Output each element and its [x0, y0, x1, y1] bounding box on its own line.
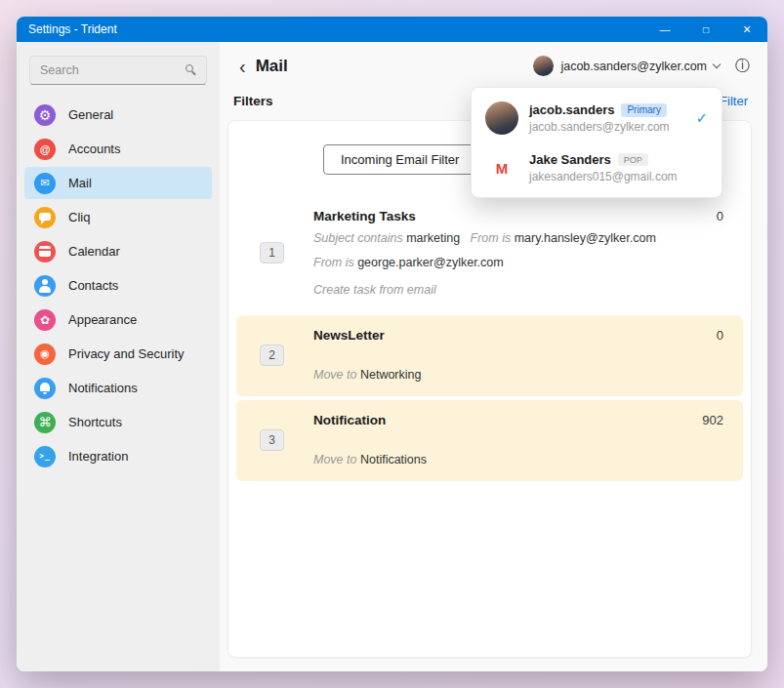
- settings-window: Settings - Trident — □ × ⚙General@Accoun…: [17, 17, 767, 671]
- filter-count: 902: [702, 413, 723, 427]
- filter-name: Notification: [313, 413, 386, 427]
- filter-condition: Subject contains marketing From is mary.…: [313, 230, 723, 248]
- calendar-icon: [34, 241, 56, 263]
- page-header: ‹ Mail jacob.sanders@zylker.com ⓘ: [220, 42, 767, 76]
- account-type-badge: POP: [618, 153, 648, 166]
- sidebar-item-appearance[interactable]: ✿Appearance: [24, 304, 212, 336]
- filter-action: Create task from email: [313, 283, 723, 297]
- sidebar-item-label: Contacts: [68, 278, 118, 293]
- sidebar-item-label: Calendar: [68, 244, 120, 259]
- account-option[interactable]: jacob.sandersPrimaryjacob.sanders@zylker…: [472, 93, 722, 143]
- palette-icon: ✿: [34, 309, 56, 331]
- mail-icon: ✉: [34, 173, 56, 194]
- sidebar-item-label: Shortcuts: [68, 415, 122, 429]
- window-body: ⚙General@Accounts✉MailCliqCalendarContac…: [17, 42, 767, 671]
- section-title: Filters: [233, 94, 273, 108]
- account-email: jacob.sanders@zylker.com: [560, 60, 707, 73]
- page-title: Mail: [256, 57, 534, 76]
- filter-action: Move to Notifications: [313, 453, 723, 466]
- account-address: jacob.sanders@zylker.com: [529, 120, 684, 134]
- search-input[interactable]: [29, 56, 207, 85]
- at-icon: @: [34, 139, 56, 160]
- bell-icon: [34, 378, 56, 399]
- check-icon: ✓: [695, 109, 708, 127]
- sidebar-item-label: Appearance: [68, 312, 137, 327]
- filter-list: 1Marketing Tasks0Subject contains market…: [236, 196, 743, 481]
- account-name: Jake SandersPOP: [529, 152, 708, 167]
- sidebar-item-label: General: [68, 107, 113, 122]
- filter-count: 0: [717, 328, 723, 343]
- maximize-button[interactable]: □: [685, 17, 726, 42]
- terminal-icon: >_: [34, 446, 56, 467]
- filter-index-badge: 1: [260, 242, 284, 263]
- account-name: jacob.sandersPrimary: [529, 102, 684, 117]
- sidebar-item-label: Privacy and Security: [68, 346, 185, 361]
- account-switcher-popup: jacob.sandersPrimaryjacob.sanders@zylker…: [471, 87, 722, 198]
- close-button[interactable]: ×: [726, 17, 767, 42]
- filter-name: NewsLetter: [313, 328, 385, 343]
- sidebar-item-label: Mail: [68, 176, 92, 190]
- person-icon: [34, 275, 56, 297]
- sidebar-item-integration[interactable]: >_Integration: [24, 440, 212, 472]
- gmail-icon: M: [485, 156, 518, 180]
- sidebar-item-general[interactable]: ⚙General: [24, 99, 212, 131]
- account-address: jakesanders015@gmail.com: [529, 170, 708, 183]
- sidebar-list: ⚙General@Accounts✉MailCliqCalendarContac…: [17, 99, 220, 472]
- main-panel: ‹ Mail jacob.sanders@zylker.com ⓘ Filter…: [220, 42, 767, 671]
- sidebar-item-mail[interactable]: ✉Mail: [24, 167, 212, 199]
- filter-row[interactable]: 3Notification902Move to Notifications: [236, 400, 743, 481]
- window-title: Settings - Trident: [17, 22, 644, 36]
- filter-row[interactable]: 2NewsLetter0Move to Networking: [236, 315, 743, 396]
- sidebar-item-label: Notifications: [68, 381, 138, 395]
- sidebar-item-calendar[interactable]: Calendar: [24, 235, 212, 267]
- minimize-button[interactable]: —: [644, 17, 685, 42]
- sidebar-item-accounts[interactable]: @Accounts: [24, 133, 212, 165]
- account-list: jacob.sandersPrimaryjacob.sanders@zylker…: [472, 93, 722, 192]
- filter-name: Marketing Tasks: [313, 209, 416, 223]
- sidebar-item-shortcuts[interactable]: ⌘Shortcuts: [24, 406, 212, 438]
- sidebar-item-label: Integration: [68, 449, 128, 464]
- filter-action: Move to Networking: [313, 368, 723, 382]
- back-button[interactable]: ‹: [233, 58, 252, 75]
- account-type-badge: Primary: [621, 103, 666, 117]
- info-icon[interactable]: ⓘ: [735, 57, 750, 75]
- sidebar-item-label: Cliq: [68, 210, 90, 224]
- account-avatar: [485, 101, 518, 135]
- account-selector[interactable]: jacob.sanders@zylker.com: [533, 56, 720, 76]
- filter-index-badge: 2: [260, 344, 284, 366]
- sidebar-item-notifications[interactable]: Notifications: [24, 372, 212, 404]
- shortcuts-icon: ⌘: [34, 412, 56, 433]
- sidebar-item-privacy[interactable]: ◉Privacy and Security: [24, 338, 212, 370]
- filters-card: Incoming Email Filter 1Marketing Tasks0S…: [227, 120, 752, 658]
- gear-icon: ⚙: [34, 104, 56, 126]
- desktop-background: Settings - Trident — □ × ⚙General@Accoun…: [0, 0, 784, 688]
- chat-icon: [34, 207, 56, 228]
- sidebar: ⚙General@Accounts✉MailCliqCalendarContac…: [17, 42, 220, 671]
- filter-count: 0: [717, 209, 723, 223]
- filter-condition: From is george.parker@zylker.com: [313, 255, 723, 272]
- filter-index-badge: 3: [260, 429, 284, 451]
- search-icon: [186, 64, 193, 72]
- filter-row[interactable]: 1Marketing Tasks0Subject contains market…: [236, 196, 743, 311]
- title-bar: Settings - Trident — □ ×: [17, 17, 767, 42]
- search-box: [29, 56, 207, 85]
- sidebar-item-contacts[interactable]: Contacts: [24, 269, 212, 302]
- chevron-down-icon: [713, 61, 721, 68]
- account-avatar: [533, 56, 554, 76]
- sidebar-item-label: Accounts: [68, 142, 120, 156]
- fingerprint-icon: ◉: [34, 344, 56, 365]
- incoming-email-filter-button[interactable]: Incoming Email Filter: [323, 144, 476, 175]
- account-option[interactable]: MJake SandersPOPjakesanders015@gmail.com: [472, 143, 722, 192]
- sidebar-item-cliq[interactable]: Cliq: [24, 201, 212, 233]
